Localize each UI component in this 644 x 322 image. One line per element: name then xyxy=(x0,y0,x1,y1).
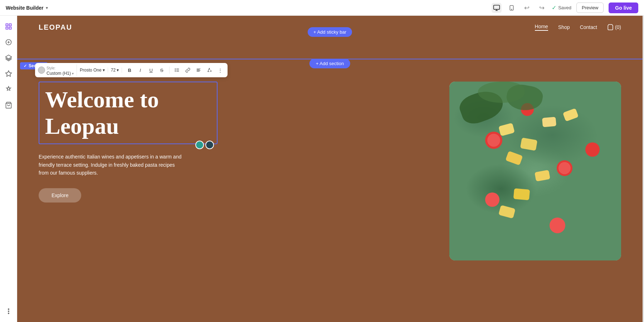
hero-heading-text: Welcome to Leopau xyxy=(45,87,211,139)
sidebar-more-icon[interactable] xyxy=(2,305,15,318)
app-name: Website Builder xyxy=(6,5,44,11)
app-menu-chevron[interactable]: ▾ xyxy=(46,5,48,10)
redo-button[interactable]: ↪ xyxy=(537,3,547,13)
more-options-button[interactable]: ⋮ xyxy=(215,65,225,75)
site-nav: Home Shop Contact (0) xyxy=(535,24,621,31)
mobile-device-button[interactable] xyxy=(507,3,517,13)
svg-point-16 xyxy=(175,69,175,69)
collaborators-avatars xyxy=(195,141,214,149)
link-button[interactable] xyxy=(183,65,192,75)
nav-contact[interactable]: Contact xyxy=(580,24,597,30)
desktop-device-button[interactable] xyxy=(492,3,502,13)
tomato-3 xyxy=(485,192,499,207)
add-sticky-bar-button[interactable]: + Add sticky bar xyxy=(308,27,352,37)
svg-rect-3 xyxy=(6,24,8,26)
main-layout: Header LEOPAU Home Shop Contact (0) xyxy=(0,16,644,322)
explore-button[interactable]: Explore xyxy=(39,188,81,203)
pasta-piece-3 xyxy=(542,117,556,127)
undo-button[interactable]: ↩ xyxy=(522,3,532,13)
nav-home[interactable]: Home xyxy=(535,24,548,31)
preview-button[interactable]: Preview xyxy=(576,3,604,13)
svg-point-12 xyxy=(8,313,9,314)
svg-point-18 xyxy=(175,71,175,72)
site-logo: LEOPAU xyxy=(39,23,72,31)
saved-check-icon: ✓ xyxy=(552,4,556,11)
site-section: Style: Custom (H1) ▾ Prosto One ▾ xyxy=(17,39,643,296)
svg-point-11 xyxy=(8,311,9,312)
style-selector: Style: Custom (H1) ▾ xyxy=(38,64,77,76)
pasta-image xyxy=(449,82,621,260)
style-color-swatch xyxy=(38,67,45,74)
clear-format-button[interactable] xyxy=(205,65,214,75)
saved-indicator: ✓ Saved xyxy=(552,4,571,11)
font-chevron-icon: ▾ xyxy=(103,68,105,73)
toolbar-left: Website Builder ▾ xyxy=(6,5,48,11)
svg-rect-0 xyxy=(494,5,500,9)
section-check-icon: ✓ xyxy=(24,64,27,68)
svg-rect-5 xyxy=(6,27,8,29)
go-live-button[interactable]: Go live xyxy=(609,3,638,13)
header-section: Header LEOPAU Home Shop Contact (0) xyxy=(17,16,643,39)
collaborator-avatar-2 xyxy=(205,141,214,149)
website-frame: Header LEOPAU Home Shop Contact (0) xyxy=(17,16,643,322)
svg-point-17 xyxy=(175,70,175,70)
text-format-toolbar: Style: Custom (H1) ▾ Prosto One ▾ xyxy=(35,63,228,77)
font-selector[interactable]: Prosto One ▾ xyxy=(80,68,108,73)
style-label: Style: Custom (H1) ▾ xyxy=(47,64,74,76)
cart-count: (0) xyxy=(615,24,621,30)
sidebar-layers-icon[interactable] xyxy=(2,52,15,64)
cart-icon[interactable]: (0) xyxy=(607,24,621,30)
bold-button[interactable]: B xyxy=(125,65,134,75)
top-toolbar: Website Builder ▾ ↩ ↪ ✓ Saved Preview Go… xyxy=(0,0,644,16)
italic-button[interactable]: I xyxy=(136,65,145,75)
sidebar-store-icon[interactable] xyxy=(2,99,15,112)
pasta-piece-6 xyxy=(513,188,530,200)
editor-canvas: Header LEOPAU Home Shop Contact (0) xyxy=(17,16,643,322)
hero-heading-container[interactable]: Welcome to Leopau xyxy=(39,82,218,144)
tomato-5 xyxy=(550,218,565,233)
sidebar-pages-icon[interactable] xyxy=(2,20,15,33)
right-panel xyxy=(643,16,644,322)
svg-rect-6 xyxy=(9,27,11,29)
svg-point-2 xyxy=(512,9,512,9)
add-section-button[interactable]: + Add section xyxy=(309,59,350,68)
tomato-1 xyxy=(485,132,502,149)
toolbar-separator-1 xyxy=(169,67,170,74)
tomato-2 xyxy=(557,160,572,176)
svg-point-10 xyxy=(8,309,9,310)
left-sidebar xyxy=(0,16,17,322)
bullet-list-button[interactable] xyxy=(172,65,182,75)
hero-content: Style: Custom (H1) ▾ Prosto One ▾ xyxy=(39,82,621,260)
sidebar-ai-icon[interactable] xyxy=(2,83,15,96)
underline-button[interactable]: U xyxy=(146,65,156,75)
nav-shop[interactable]: Shop xyxy=(558,24,570,30)
hero-text-area: Style: Custom (H1) ▾ Prosto One ▾ xyxy=(39,82,218,203)
toolbar-right: ↩ ↪ ✓ Saved Preview Go live xyxy=(492,3,638,13)
hero-description: Experience authentic Italian wines and a… xyxy=(39,153,182,177)
sidebar-apps-icon[interactable] xyxy=(2,67,15,80)
align-button[interactable] xyxy=(194,65,203,75)
tomato-6 xyxy=(585,142,600,157)
saved-label: Saved xyxy=(558,5,571,10)
style-chevron-icon[interactable]: ▾ xyxy=(72,72,74,75)
fontsize-chevron-icon: ▾ xyxy=(117,68,119,73)
svg-rect-4 xyxy=(9,24,11,26)
collaborator-avatar-1 xyxy=(195,141,204,149)
hero-image-container xyxy=(449,82,621,260)
sidebar-add-icon[interactable] xyxy=(2,36,15,49)
strikethrough-button[interactable]: S xyxy=(157,65,166,75)
font-size-selector[interactable]: 72 ▾ xyxy=(111,68,122,73)
